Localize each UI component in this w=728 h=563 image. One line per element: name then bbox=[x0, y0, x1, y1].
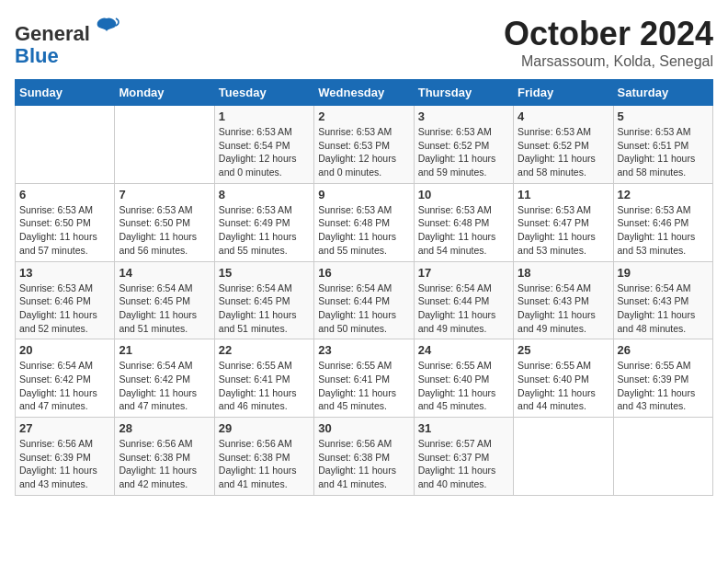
day-detail: Sunrise: 6:53 AMSunset: 6:51 PMDaylight:… bbox=[618, 125, 709, 179]
calendar-week-4: 20Sunrise: 6:54 AMSunset: 6:42 PMDayligh… bbox=[16, 339, 713, 418]
day-detail: Sunrise: 6:54 AMSunset: 6:44 PMDaylight:… bbox=[418, 282, 509, 336]
day-number: 10 bbox=[418, 188, 509, 201]
day-detail: Sunrise: 6:55 AMSunset: 6:40 PMDaylight:… bbox=[518, 359, 609, 413]
day-detail: Sunrise: 6:53 AMSunset: 6:48 PMDaylight:… bbox=[418, 203, 509, 258]
day-detail: Sunrise: 6:55 AMSunset: 6:41 PMDaylight:… bbox=[219, 359, 310, 413]
weekday-header-saturday: Saturday bbox=[613, 80, 712, 106]
day-detail: Sunrise: 6:55 AMSunset: 6:40 PMDaylight:… bbox=[418, 359, 509, 413]
logo: General Blue bbox=[15, 15, 119, 67]
day-detail: Sunrise: 6:54 AMSunset: 6:44 PMDaylight:… bbox=[318, 282, 409, 336]
day-detail: Sunrise: 6:54 AMSunset: 6:45 PMDaylight:… bbox=[219, 282, 310, 336]
day-detail: Sunrise: 6:56 AMSunset: 6:38 PMDaylight:… bbox=[219, 437, 310, 491]
calendar-cell: 25Sunrise: 6:55 AMSunset: 6:40 PMDayligh… bbox=[514, 339, 613, 418]
day-number: 9 bbox=[318, 188, 409, 201]
calendar-cell: 7Sunrise: 6:53 AMSunset: 6:50 PMDaylight… bbox=[115, 183, 214, 261]
calendar-week-1: 1Sunrise: 6:53 AMSunset: 6:54 PMDaylight… bbox=[16, 106, 713, 184]
logo-blue: Blue bbox=[15, 44, 59, 67]
calendar-cell: 12Sunrise: 6:53 AMSunset: 6:46 PMDayligh… bbox=[613, 183, 712, 261]
day-number: 22 bbox=[219, 343, 310, 357]
day-detail: Sunrise: 6:56 AMSunset: 6:38 PMDaylight:… bbox=[119, 437, 210, 491]
location: Marsassoum, Kolda, Senegal bbox=[504, 53, 713, 70]
day-detail: Sunrise: 6:53 AMSunset: 6:49 PMDaylight:… bbox=[219, 203, 310, 258]
day-number: 12 bbox=[618, 188, 709, 201]
calendar-cell: 15Sunrise: 6:54 AMSunset: 6:45 PMDayligh… bbox=[214, 261, 313, 339]
logo-bird-icon bbox=[94, 15, 119, 40]
day-number: 17 bbox=[418, 266, 509, 280]
logo-general: General bbox=[15, 22, 90, 45]
calendar-cell: 14Sunrise: 6:54 AMSunset: 6:45 PMDayligh… bbox=[115, 261, 214, 339]
weekday-header-tuesday: Tuesday bbox=[214, 80, 313, 106]
day-number: 20 bbox=[19, 343, 110, 357]
day-detail: Sunrise: 6:57 AMSunset: 6:37 PMDaylight:… bbox=[418, 437, 509, 491]
month-title: October 2024 bbox=[504, 15, 713, 53]
calendar-cell: 17Sunrise: 6:54 AMSunset: 6:44 PMDayligh… bbox=[414, 261, 513, 339]
calendar-cell: 2Sunrise: 6:53 AMSunset: 6:53 PMDaylight… bbox=[314, 106, 414, 184]
title-block: October 2024 Marsassoum, Kolda, Senegal bbox=[504, 15, 713, 70]
day-number: 8 bbox=[219, 188, 310, 201]
day-number: 28 bbox=[119, 421, 210, 435]
calendar-cell: 31Sunrise: 6:57 AMSunset: 6:37 PMDayligh… bbox=[414, 418, 513, 496]
calendar-cell: 27Sunrise: 6:56 AMSunset: 6:39 PMDayligh… bbox=[16, 418, 115, 496]
day-number: 2 bbox=[318, 109, 409, 123]
day-detail: Sunrise: 6:53 AMSunset: 6:48 PMDaylight:… bbox=[318, 203, 409, 258]
day-detail: Sunrise: 6:53 AMSunset: 6:50 PMDaylight:… bbox=[119, 203, 210, 258]
calendar-cell: 1Sunrise: 6:53 AMSunset: 6:54 PMDaylight… bbox=[214, 106, 313, 184]
page-header: General Blue October 2024 Marsassoum, Ko… bbox=[15, 15, 713, 70]
day-number: 6 bbox=[19, 188, 110, 201]
day-number: 29 bbox=[219, 421, 310, 435]
calendar-body: 1Sunrise: 6:53 AMSunset: 6:54 PMDaylight… bbox=[16, 106, 713, 496]
weekday-header-monday: Monday bbox=[115, 80, 214, 106]
day-number: 15 bbox=[219, 266, 310, 280]
calendar-cell: 29Sunrise: 6:56 AMSunset: 6:38 PMDayligh… bbox=[214, 418, 313, 496]
calendar-cell: 28Sunrise: 6:56 AMSunset: 6:38 PMDayligh… bbox=[115, 418, 214, 496]
day-detail: Sunrise: 6:56 AMSunset: 6:39 PMDaylight:… bbox=[19, 437, 110, 491]
calendar-cell: 9Sunrise: 6:53 AMSunset: 6:48 PMDaylight… bbox=[314, 183, 414, 261]
calendar-cell: 30Sunrise: 6:56 AMSunset: 6:38 PMDayligh… bbox=[314, 418, 414, 496]
day-detail: Sunrise: 6:55 AMSunset: 6:39 PMDaylight:… bbox=[618, 359, 709, 413]
calendar-cell: 22Sunrise: 6:55 AMSunset: 6:41 PMDayligh… bbox=[214, 339, 313, 418]
calendar-week-5: 27Sunrise: 6:56 AMSunset: 6:39 PMDayligh… bbox=[16, 418, 713, 496]
day-detail: Sunrise: 6:54 AMSunset: 6:45 PMDaylight:… bbox=[119, 282, 210, 336]
calendar-cell: 4Sunrise: 6:53 AMSunset: 6:52 PMDaylight… bbox=[514, 106, 613, 184]
day-detail: Sunrise: 6:53 AMSunset: 6:50 PMDaylight:… bbox=[19, 203, 110, 258]
calendar-cell bbox=[16, 106, 115, 184]
day-number: 16 bbox=[318, 266, 409, 280]
day-detail: Sunrise: 6:54 AMSunset: 6:43 PMDaylight:… bbox=[618, 282, 709, 336]
day-number: 21 bbox=[119, 343, 210, 357]
day-number: 24 bbox=[418, 343, 509, 357]
day-detail: Sunrise: 6:54 AMSunset: 6:42 PMDaylight:… bbox=[19, 359, 110, 413]
day-detail: Sunrise: 6:54 AMSunset: 6:43 PMDaylight:… bbox=[518, 282, 609, 336]
calendar-cell: 13Sunrise: 6:53 AMSunset: 6:46 PMDayligh… bbox=[16, 261, 115, 339]
day-detail: Sunrise: 6:53 AMSunset: 6:46 PMDaylight:… bbox=[618, 203, 709, 258]
calendar-cell bbox=[613, 418, 712, 496]
calendar-cell: 3Sunrise: 6:53 AMSunset: 6:52 PMDaylight… bbox=[414, 106, 513, 184]
day-detail: Sunrise: 6:54 AMSunset: 6:42 PMDaylight:… bbox=[119, 359, 210, 413]
day-detail: Sunrise: 6:53 AMSunset: 6:53 PMDaylight:… bbox=[318, 125, 409, 179]
weekday-header-wednesday: Wednesday bbox=[314, 80, 414, 106]
day-detail: Sunrise: 6:53 AMSunset: 6:52 PMDaylight:… bbox=[418, 125, 509, 179]
day-number: 25 bbox=[518, 343, 609, 357]
day-detail: Sunrise: 6:56 AMSunset: 6:38 PMDaylight:… bbox=[318, 437, 409, 491]
calendar-table: SundayMondayTuesdayWednesdayThursdayFrid… bbox=[15, 79, 713, 496]
day-number: 1 bbox=[219, 109, 310, 123]
calendar-cell: 8Sunrise: 6:53 AMSunset: 6:49 PMDaylight… bbox=[214, 183, 313, 261]
day-number: 31 bbox=[418, 421, 509, 435]
calendar-cell: 18Sunrise: 6:54 AMSunset: 6:43 PMDayligh… bbox=[514, 261, 613, 339]
calendar-cell: 6Sunrise: 6:53 AMSunset: 6:50 PMDaylight… bbox=[16, 183, 115, 261]
day-number: 7 bbox=[119, 188, 210, 201]
day-number: 13 bbox=[19, 266, 110, 280]
calendar-week-3: 13Sunrise: 6:53 AMSunset: 6:46 PMDayligh… bbox=[16, 261, 713, 339]
calendar-cell: 11Sunrise: 6:53 AMSunset: 6:47 PMDayligh… bbox=[514, 183, 613, 261]
calendar-week-2: 6Sunrise: 6:53 AMSunset: 6:50 PMDaylight… bbox=[16, 183, 713, 261]
day-number: 19 bbox=[618, 266, 709, 280]
weekday-header-thursday: Thursday bbox=[414, 80, 513, 106]
calendar-cell bbox=[115, 106, 214, 184]
day-number: 3 bbox=[418, 109, 509, 123]
day-detail: Sunrise: 6:53 AMSunset: 6:54 PMDaylight:… bbox=[219, 125, 310, 179]
day-number: 14 bbox=[119, 266, 210, 280]
day-number: 18 bbox=[518, 266, 609, 280]
calendar-cell: 23Sunrise: 6:55 AMSunset: 6:41 PMDayligh… bbox=[314, 339, 414, 418]
day-number: 4 bbox=[518, 109, 609, 123]
calendar-cell: 19Sunrise: 6:54 AMSunset: 6:43 PMDayligh… bbox=[613, 261, 712, 339]
day-detail: Sunrise: 6:53 AMSunset: 6:47 PMDaylight:… bbox=[518, 203, 609, 258]
